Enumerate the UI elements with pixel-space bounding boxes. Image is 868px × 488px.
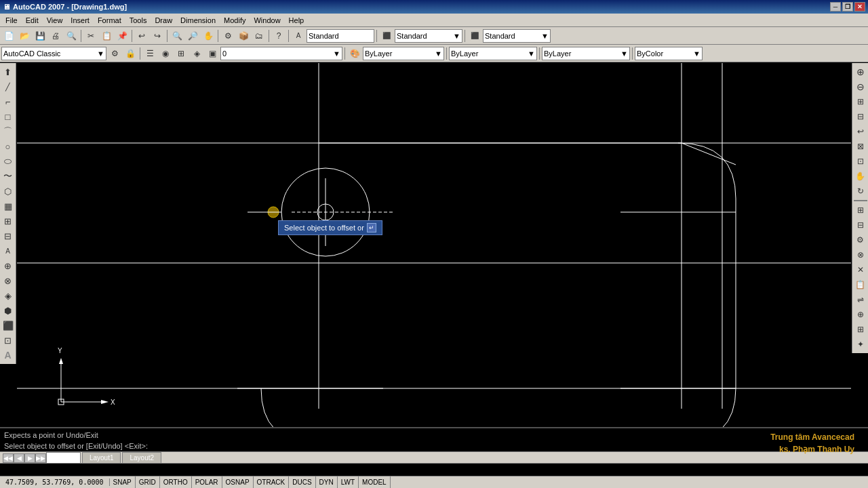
minimize-button[interactable]: ─ <box>830 2 841 12</box>
layer-match-button[interactable]: ▣ <box>205 46 220 61</box>
rt-snap-ortho[interactable]: ⊟ <box>853 218 868 232</box>
rt-pan-button[interactable]: ✋ <box>853 169 868 184</box>
linetype-dropdown[interactable]: ByLayer ▼ <box>449 47 537 60</box>
plot-button[interactable]: 🖨 <box>48 28 63 43</box>
drawing-canvas[interactable]: Y X <box>17 63 851 427</box>
rt-zoom-prev[interactable]: ↩ <box>853 124 868 139</box>
dim-style-dropdown[interactable]: Standard ▼ <box>395 29 462 43</box>
lt-region[interactable]: ⊞ <box>1 214 16 228</box>
tab-nav-prev[interactable]: ◀ <box>14 453 24 463</box>
lt-circle[interactable]: ○ <box>1 139 16 154</box>
layers-icon[interactable]: ◉ <box>158 46 173 61</box>
layer-prev-button[interactable]: ⊞ <box>174 46 189 61</box>
new-button[interactable]: 📄 <box>1 28 16 43</box>
rt-erase[interactable]: ✕ <box>853 262 868 277</box>
grid-button[interactable]: GRID <box>136 476 160 488</box>
tab-nav-next[interactable]: ▶ <box>24 453 35 463</box>
rt-snap-grid[interactable]: ⊞ <box>853 203 868 218</box>
rt-zoom-scale[interactable]: ⊡ <box>853 154 868 169</box>
menu-tools[interactable]: Tools <box>125 15 151 26</box>
redo-button[interactable]: ↪ <box>150 28 165 43</box>
cut-button[interactable]: ✂ <box>83 28 98 43</box>
rt-zoom-ext[interactable]: ⊟ <box>853 109 868 124</box>
menu-draw[interactable]: Draw <box>151 15 176 26</box>
color-dropdown[interactable]: ByLayer ▼ <box>363 47 444 60</box>
rt-properties[interactable]: ⚙ <box>853 232 868 247</box>
properties-button[interactable]: ⚙ <box>220 28 235 43</box>
lt-3dmesh[interactable]: ⬛ <box>1 318 16 333</box>
lt-gradient[interactable]: ▦ <box>1 199 16 214</box>
copy-button[interactable]: 📋 <box>99 28 114 43</box>
lt-arc[interactable]: ⌒ <box>1 124 16 139</box>
snap-button[interactable]: SNAP <box>110 476 136 488</box>
tab-layout1[interactable]: Layout1 <box>82 452 121 463</box>
rt-mirror[interactable]: ⇌ <box>853 292 868 307</box>
lt-3dface[interactable]: ◈ <box>1 288 16 303</box>
save-button[interactable]: 💾 <box>33 28 47 43</box>
restore-button[interactable]: ❐ <box>842 2 853 12</box>
workspace-settings-button[interactable]: ⚙ <box>107 46 122 61</box>
layers-panel-button[interactable]: ☰ <box>142 46 157 61</box>
lt-viewport[interactable]: ⊡ <box>1 333 16 348</box>
zoom-prev-button[interactable]: 🔎 <box>185 28 200 43</box>
lt-surface[interactable]: ⬢ <box>1 303 16 318</box>
table-style-dropdown[interactable]: Standard ▼ <box>483 29 551 43</box>
lt-line[interactable]: ╱ <box>1 79 16 94</box>
menu-modify[interactable]: Modify <box>220 15 250 26</box>
rt-zoom-out[interactable]: ⊖ <box>853 79 868 94</box>
tab-nav-last[interactable]: ▶▶ <box>35 453 46 463</box>
tab-nav-first[interactable]: ◀◀ <box>3 453 14 463</box>
ortho-button[interactable]: ORTHO <box>160 476 192 488</box>
rt-copy[interactable]: 📋 <box>853 277 868 292</box>
plotstyle-dropdown[interactable]: ByColor ▼ <box>635 47 703 60</box>
close-button[interactable]: ✕ <box>854 2 865 12</box>
undo-button[interactable]: ↩ <box>134 28 149 43</box>
menu-insert[interactable]: Insert <box>66 15 94 26</box>
lt-table[interactable]: ⊟ <box>1 228 16 243</box>
layer-state-button[interactable]: ◈ <box>189 46 204 61</box>
tab-model[interactable]: Model <box>46 452 81 463</box>
rt-zoom-window[interactable]: ⊠ <box>853 139 868 154</box>
help-button[interactable]: ? <box>271 28 286 43</box>
menu-window[interactable]: Window <box>250 15 284 26</box>
lt-mtext[interactable]: A <box>1 243 16 258</box>
toolpalettes-button[interactable]: 🗂 <box>252 28 267 43</box>
menu-view[interactable]: View <box>43 15 67 26</box>
lt-rect[interactable]: □ <box>1 109 16 124</box>
lt-pick[interactable]: ⬆ <box>1 64 16 79</box>
layer-dropdown[interactable]: 0 ▼ <box>220 47 342 60</box>
menu-dimension[interactable]: Dimension <box>176 15 220 26</box>
otrack-button[interactable]: OTRACK <box>254 476 290 488</box>
dyn-button[interactable]: DYN <box>316 476 338 488</box>
lwt-button[interactable]: LWT <box>338 476 359 488</box>
print-preview-button[interactable]: 🔍 <box>64 28 79 43</box>
adcenter-button[interactable]: 📦 <box>236 28 251 43</box>
lt-ellipse[interactable]: ⬭ <box>1 154 16 169</box>
lt-hatch[interactable]: ⬡ <box>1 184 16 199</box>
osnap-button[interactable]: OSNAP <box>222 476 254 488</box>
rt-array[interactable]: ⊞ <box>853 322 868 337</box>
lt-text-A[interactable]: A <box>1 348 16 363</box>
color-match-button[interactable]: 🎨 <box>347 46 362 61</box>
rt-zoom-all[interactable]: ⊞ <box>853 94 868 109</box>
paste-button[interactable]: 📌 <box>115 28 130 43</box>
rt-offset[interactable]: ⊕ <box>853 307 868 322</box>
tab-layout2[interactable]: Layout2 <box>122 452 161 463</box>
lt-attdef[interactable]: ⊗ <box>1 273 16 288</box>
menu-format[interactable]: Format <box>94 15 125 26</box>
lt-polyline[interactable]: ⌐ <box>1 94 16 109</box>
pan-button[interactable]: ✋ <box>201 28 216 43</box>
lt-spline[interactable]: 〜 <box>1 169 16 184</box>
workspace-lock-button[interactable]: 🔒 <box>123 46 138 61</box>
rt-zoom-in[interactable]: ⊕ <box>853 64 868 79</box>
menu-file[interactable]: File <box>1 15 22 26</box>
model-button[interactable]: MODEL <box>359 476 391 488</box>
polar-button[interactable]: POLAR <box>192 476 222 488</box>
text-style-dropdown-btn[interactable]: A <box>291 28 306 43</box>
workspace-dropdown[interactable]: AutoCAD Classic ▼ <box>1 47 106 60</box>
text-style-dropdown[interactable]: Standard <box>307 29 374 43</box>
ducs-button[interactable]: DUCS <box>289 476 315 488</box>
rt-matchprop[interactable]: ⊗ <box>853 247 868 262</box>
open-button[interactable]: 📂 <box>17 28 32 43</box>
lineweight-dropdown[interactable]: ByLayer ▼ <box>542 47 630 60</box>
